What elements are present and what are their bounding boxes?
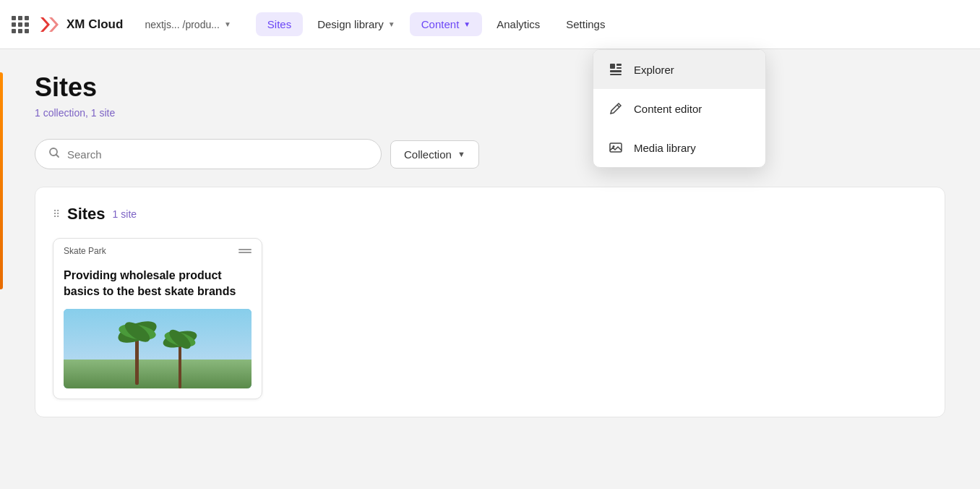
image-icon — [608, 140, 624, 156]
content-dropdown-menu: Explorer Content editor Media library — [593, 49, 766, 168]
project-selector[interactable]: nextjs... /produ... ▼ — [137, 14, 238, 35]
collection-chevron-icon: ▼ — [457, 150, 465, 158]
svg-line-8 — [56, 155, 59, 158]
search-row: Collection ▼ — [35, 139, 945, 169]
nav-content-label: Content — [421, 18, 460, 30]
collection-button[interactable]: Collection ▼ — [390, 140, 479, 169]
page-subtitle: 1 collection, 1 site — [35, 107, 945, 119]
nav-design-library[interactable]: Design library ▼ — [306, 12, 407, 36]
xm-cloud-logo — [39, 14, 61, 35]
dropdown-content-editor-label: Content editor — [634, 103, 702, 115]
drag-handle-icon[interactable]: ⠿ — [53, 208, 60, 220]
nav-settings[interactable]: Settings — [554, 12, 616, 36]
nav-sites[interactable]: Sites — [256, 12, 303, 36]
grid-menu-icon[interactable] — [12, 16, 29, 33]
nav-sites-label: Sites — [267, 18, 291, 30]
nav-settings-label: Settings — [566, 18, 605, 30]
svg-rect-4 — [610, 74, 622, 75]
nav-content[interactable]: Content ▼ — [410, 12, 482, 36]
card-image — [64, 309, 252, 388]
card-body: Providing wholesale product basics to th… — [53, 262, 262, 399]
section-header: ⠿ Sites 1 site — [53, 205, 927, 224]
design-library-chevron-icon: ▼ — [388, 20, 395, 28]
svg-rect-5 — [610, 143, 622, 152]
top-navigation: XM Cloud nextjs... /produ... ▼ Sites Des… — [0, 0, 980, 49]
content-chevron-icon: ▼ — [463, 20, 470, 28]
search-icon — [48, 147, 60, 161]
svg-rect-3 — [610, 70, 622, 72]
search-box — [35, 139, 382, 169]
collection-button-label: Collection — [404, 148, 452, 161]
dropdown-item-media-library[interactable]: Media library — [593, 128, 765, 167]
brand-logo-area: XM Cloud — [39, 14, 123, 35]
svg-rect-1 — [616, 64, 622, 66]
nav-design-library-label: Design library — [317, 18, 384, 30]
site-card[interactable]: Skate Park Providing wholesale product b… — [53, 238, 262, 399]
search-input[interactable] — [67, 148, 368, 161]
project-label: nextjs... /produ... — [145, 19, 220, 30]
card-site-name: Skate Park — [64, 246, 106, 256]
svg-rect-10 — [64, 309, 252, 360]
sites-section: ⠿ Sites 1 site Skate Park Providing whol… — [35, 187, 945, 417]
pen-icon — [608, 101, 624, 116]
svg-rect-11 — [64, 360, 252, 388]
card-menu-icon[interactable] — [238, 249, 252, 253]
dropdown-item-explorer[interactable]: Explorer — [593, 50, 765, 89]
main-content: Sites 1 collection, 1 site Collection ▼ … — [0, 49, 980, 441]
svg-rect-2 — [616, 67, 622, 69]
nav-analytics-label: Analytics — [497, 18, 540, 30]
nav-items: Sites Design library ▼ Content ▼ Analyti… — [256, 12, 617, 36]
section-count: 1 site — [113, 208, 137, 220]
brand-name: XM Cloud — [66, 17, 123, 32]
page-title: Sites — [35, 72, 945, 103]
project-chevron-icon: ▼ — [224, 20, 231, 28]
card-description: Providing wholesale product basics to th… — [64, 268, 252, 300]
explorer-icon — [608, 61, 624, 77]
section-title: Sites — [67, 205, 106, 224]
dropdown-media-library-label: Media library — [634, 142, 696, 154]
svg-rect-0 — [610, 64, 615, 69]
card-header: Skate Park — [53, 239, 262, 262]
dropdown-item-content-editor[interactable]: Content editor — [593, 89, 765, 128]
nav-analytics[interactable]: Analytics — [485, 12, 551, 36]
dropdown-explorer-label: Explorer — [634, 64, 674, 76]
